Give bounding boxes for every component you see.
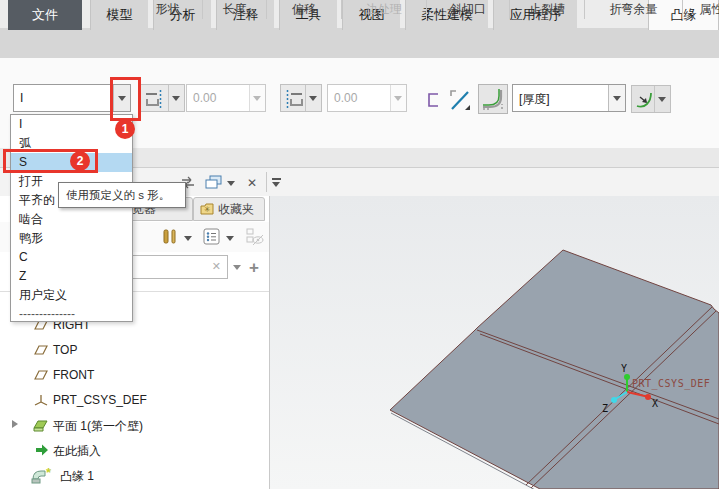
tools-icon[interactable]: [160, 228, 180, 246]
group-relief[interactable]: 止裂槽: [510, 0, 585, 19]
profile-shape-value: I: [20, 91, 23, 105]
dropdown-item-joggle[interactable]: 啮合: [11, 210, 132, 229]
tools-dropdown-icon[interactable]: [184, 236, 192, 241]
show-hide-icon: [245, 227, 265, 247]
length-field-2-dropdown[interactable]: [390, 85, 406, 111]
tab-file[interactable]: 文件: [8, 0, 82, 30]
dropdown-separator-item: --------------: [11, 305, 132, 324]
tree-item-insert-here[interactable]: 在此插入: [0, 439, 269, 461]
dropdown-item-z[interactable]: Z: [11, 267, 132, 286]
svg-text:✳: ✳: [204, 205, 211, 214]
tree-item-top[interactable]: TOP: [0, 339, 269, 361]
annotation-box-1: [110, 77, 141, 121]
close-icon[interactable]: ✕: [247, 176, 257, 190]
length-field-2[interactable]: 0.00: [327, 84, 407, 112]
bend-side-splitbutton[interactable]: [631, 85, 671, 113]
sheetmetal-plate: [390, 250, 719, 489]
tooltip: 使用预定义的 s 形。: [58, 182, 186, 208]
dock-arrow-icon[interactable]: [272, 178, 281, 187]
bend-radius-button[interactable]: [478, 84, 508, 114]
x-axis-point: [645, 394, 651, 400]
bend-radius-dropdown-button[interactable]: [608, 85, 625, 111]
length-type-splitbutton[interactable]: [139, 84, 185, 112]
csys-label: PRT_CSYS_DEF: [632, 378, 710, 390]
group-bend-allowance[interactable]: 折弯余量: [585, 0, 683, 19]
bend-radius-icon: [480, 86, 506, 112]
y-axis-label: Y: [621, 363, 627, 374]
length-type-2-dropdown-button[interactable]: [305, 85, 321, 111]
bend-side-dropdown-button[interactable]: [654, 86, 670, 112]
flip-direction-icon[interactable]: [447, 87, 474, 115]
annotation-badge-1: 1: [115, 119, 135, 139]
dropdown-item-c[interactable]: C: [11, 248, 132, 267]
favorites-label: 收藏夹: [218, 198, 254, 220]
group-properties[interactable]: 属性: [683, 0, 719, 19]
tree-item-flange1[interactable]: * 凸缘 1: [0, 464, 269, 486]
navheader-divider: [266, 172, 267, 192]
y-axis-point: [624, 374, 630, 380]
group-length[interactable]: 长度: [203, 0, 267, 19]
insert-arrow-icon: [34, 443, 50, 457]
z-axis-point: [611, 397, 617, 403]
length-type-icon: [143, 88, 165, 110]
tree-item-wall1[interactable]: 平面 1(第一个壁): [0, 414, 269, 436]
cascade-dropdown-icon[interactable]: [227, 181, 235, 186]
new-feature-marker: *: [46, 465, 51, 480]
wall-plane-icon: [32, 418, 49, 432]
bend-arrow-icon: [634, 89, 656, 111]
length-field-1-dropdown[interactable]: [249, 85, 265, 111]
x-axis-label: X: [652, 398, 658, 409]
offset-bracket-icon[interactable]: [424, 90, 444, 110]
length-type-2-icon: [283, 88, 305, 110]
add-filter-icon[interactable]: +: [249, 258, 259, 278]
length-value-2: 0.00: [334, 91, 357, 105]
list-dropdown-icon[interactable]: [226, 236, 234, 241]
group-edge-treatment: 边处理: [342, 0, 427, 19]
z-axis-label: Z: [602, 403, 608, 414]
dropdown-item-user-defined[interactable]: 用户定义: [11, 286, 132, 305]
profile-shape-dropdown-list: I 弧 S 打开 平齐的 啮合 鸭形 C Z 用户定义 ------------…: [10, 114, 133, 322]
tab-favorites[interactable]: ✳ 收藏夹: [193, 197, 265, 221]
datum-plane-icon: [33, 343, 49, 357]
folder-star-icon: ✳: [200, 203, 214, 215]
annotation-badge-2: 2: [70, 151, 90, 171]
tree-item-front[interactable]: FRONT: [0, 364, 269, 386]
group-miter-cut[interactable]: 斜切口: [427, 0, 510, 19]
group-shape[interactable]: 形状: [133, 0, 203, 19]
length-value-1: 0.00: [193, 91, 216, 105]
bend-radius-value: [厚度]: [519, 91, 550, 108]
tree-item-csys[interactable]: PRT_CSYS_DEF: [0, 389, 269, 411]
filter-dropdown-icon[interactable]: [233, 265, 241, 270]
bend-radius-combobox[interactable]: [厚度]: [512, 84, 626, 112]
cascade-windows-icon[interactable]: [205, 175, 223, 190]
length-field-1[interactable]: 0.00: [186, 84, 266, 112]
ribbon-tabstrip: [0, 28, 719, 58]
length-type-dropdown-button[interactable]: [168, 85, 184, 111]
length-type-2-splitbutton[interactable]: [280, 84, 322, 112]
expand-arrow-icon[interactable]: [12, 420, 18, 428]
datum-plane-icon: [33, 368, 49, 382]
clear-filter-icon[interactable]: ✕: [212, 260, 221, 273]
dropdown-item-duck[interactable]: 鸭形: [11, 229, 132, 248]
group-offset[interactable]: 偏移: [267, 0, 342, 19]
csys-icon: [33, 393, 49, 407]
creo-window: PRT00 文件 模型 分析 注释 工具 视图 柔性建模 应用程序 凸缘 I 0…: [0, 0, 719, 489]
model-view[interactable]: Y X Z PRT_CSYS_DEF: [270, 196, 719, 489]
list-settings-icon[interactable]: [203, 228, 221, 246]
